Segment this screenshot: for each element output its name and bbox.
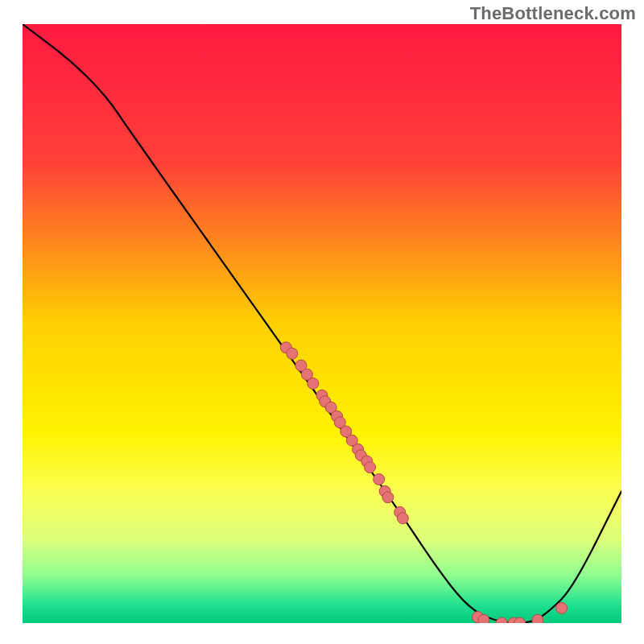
plot-area bbox=[23, 24, 621, 623]
chart-svg bbox=[23, 24, 621, 623]
data-point bbox=[374, 473, 385, 485]
gradient-background bbox=[23, 24, 621, 623]
data-point bbox=[532, 614, 543, 623]
data-point bbox=[287, 348, 298, 359]
data-point bbox=[478, 614, 489, 623]
data-point bbox=[382, 492, 394, 503]
chart-container: TheBottleneck.com bbox=[0, 0, 644, 644]
data-point bbox=[397, 513, 408, 524]
data-point bbox=[308, 378, 319, 389]
data-point bbox=[556, 602, 568, 613]
watermark-text: TheBottleneck.com bbox=[470, 3, 636, 24]
data-point bbox=[365, 462, 376, 473]
